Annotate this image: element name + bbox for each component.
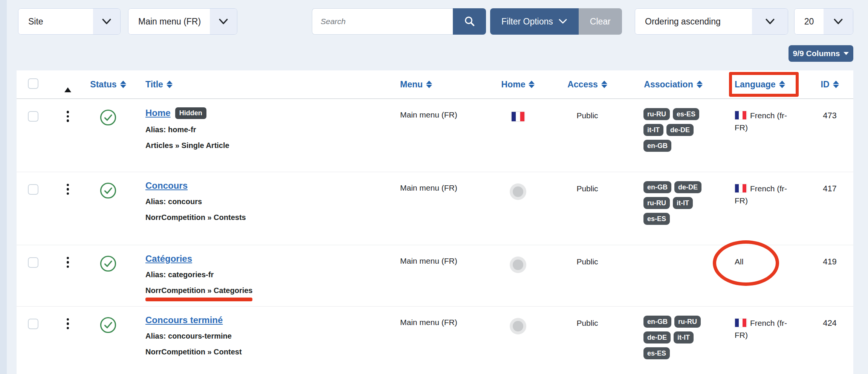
home-unset-icon[interactable] [510,256,526,273]
row-checkbox[interactable] [28,111,38,122]
home-french-flag-icon[interactable] [512,112,524,121]
sort-icon [167,81,173,88]
menu-item-alias: Alias: categories-fr [145,269,379,280]
language-cell: French (fr-FR) [735,183,797,207]
sort-icon [426,81,432,88]
association-badge: en-GB [643,181,671,193]
status-published-icon[interactable] [99,316,117,335]
association-badges: en-GB de-DE ru-RU it-IT es-ES [643,181,703,225]
filter-options-button[interactable]: Filter Options [490,8,579,35]
header-home[interactable]: Home [501,79,535,90]
filter-options-label: Filter Options [501,17,553,27]
id-cell: 419 [806,245,853,306]
association-badge: it-IT [643,124,663,136]
association-badge: en-GB [643,140,671,152]
clear-button[interactable]: Clear [579,8,622,35]
association-badge: de-DE [643,331,671,343]
association-badge: es-ES [643,347,670,359]
menu-item-title-link[interactable]: Home [145,108,171,118]
row-actions-ellipsis-icon[interactable] [67,257,69,268]
row-actions-ellipsis-icon[interactable] [67,111,69,122]
association-badge: ru-RU [643,197,670,209]
menu-filter-value: Main menu (FR) [128,9,210,34]
menu-item-title-link[interactable]: Catégories [145,253,192,264]
association-badges: en-GB ru-RU de-DE it-IT es-ES [643,316,703,359]
status-published-icon[interactable] [99,109,117,128]
chevron-down-icon [93,9,120,34]
home-unset-icon[interactable] [510,318,526,334]
header-id[interactable]: ID [821,79,839,90]
columns-toggle-button[interactable]: 9/9 Columns [789,45,853,62]
site-filter-select[interactable]: Site [18,8,121,35]
filter-button-group: Filter Options Clear [490,8,622,35]
language-cell: All [735,256,797,268]
header-language[interactable]: Language [735,79,785,90]
row-actions-ellipsis-icon[interactable] [67,184,69,195]
table-row: Concours Alias: concours NorrCompetition… [17,172,853,245]
id-cell: 473 [806,99,853,172]
search-icon [463,15,475,28]
search-input[interactable] [312,8,453,35]
association-badge: es-ES [643,213,670,225]
menu-cell: Main menu (FR) [382,99,487,172]
home-unset-icon[interactable] [510,183,526,200]
menu-cell: Main menu (FR) [382,245,487,306]
caret-down-icon [844,52,849,55]
sort-icon [833,81,839,88]
header-association[interactable]: Association [644,79,702,90]
chevron-down-icon [558,17,567,27]
id-cell: 417 [806,172,853,245]
menu-item-title-link[interactable]: Concours [145,180,188,191]
select-all-checkbox[interactable] [28,78,38,89]
association-badge: de-DE [674,181,701,193]
row-checkbox[interactable] [28,319,38,329]
table-header-row: Status Title Menu Home Access Associatio… [17,70,853,99]
association-badge: en-GB [643,316,671,328]
sort-icon [601,81,607,88]
row-checkbox[interactable] [28,184,38,195]
menu-item-type-path: Articles » Single Article [145,140,379,151]
menu-cell: Main menu (FR) [382,172,487,245]
table-row: Catégories Alias: categories-fr NorrComp… [17,245,853,306]
menu-item-type-path-annotated: NorrCompetition » Categories [145,285,252,301]
header-menu[interactable]: Menu [400,79,432,90]
search-group [312,8,486,35]
association-badge: it-IT [674,331,694,343]
access-cell: Public [549,172,626,245]
association-badge: ru-RU [643,108,670,120]
status-published-icon[interactable] [99,182,117,201]
left-edge-strip [0,0,7,374]
french-flag-icon [735,184,747,192]
menu-item-alias: Alias: home-fr [145,124,379,135]
hidden-badge: Hidden [175,107,206,119]
chevron-down-icon [752,9,788,34]
ordering-value: Ordering ascending [635,9,752,34]
header-title[interactable]: Title [145,79,173,90]
header-status[interactable]: Status [90,79,126,90]
association-badges: ru-RU es-ES it-IT de-DE en-GB [643,108,703,152]
menu-items-table: Status Title Menu Home Access Associatio… [17,70,853,374]
status-published-icon[interactable] [99,255,117,274]
language-cell: French (fr-FR) [735,110,797,134]
row-actions-ellipsis-icon[interactable] [67,318,69,330]
list-limit-select[interactable]: 20 [794,8,853,35]
french-flag-icon [735,319,747,327]
access-cell: Public [549,99,626,172]
table-row: HomeHidden Alias: home-fr Articles » Sin… [17,99,853,172]
menu-filter-select[interactable]: Main menu (FR) [128,8,237,35]
language-cell: French (fr-FR) [735,317,797,341]
columns-toggle-label: 9/9 Columns [793,49,840,58]
menu-item-alias: Alias: concours-termine [145,331,379,341]
sort-icon [120,81,126,88]
ordering-select[interactable]: Ordering ascending [635,8,788,35]
row-checkbox[interactable] [28,257,38,268]
search-button[interactable] [453,8,486,35]
header-access[interactable]: Access [567,79,607,90]
association-badge: de-DE [666,124,694,136]
menu-items-admin-page: Site Main menu (FR) Filter Options Clear… [0,0,868,374]
chevron-down-icon [210,9,237,34]
menu-cell: Main menu (FR) [382,306,487,359]
association-badge: ru-RU [674,316,701,328]
ordering-sort-icon[interactable] [64,81,71,92]
menu-item-title-link[interactable]: Concours terminé [145,315,223,325]
